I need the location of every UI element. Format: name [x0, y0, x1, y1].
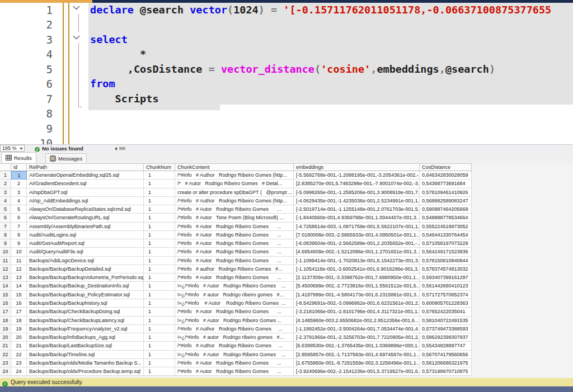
id-cell[interactable]: 12: [11, 265, 27, 273]
tab-results[interactable]: Results: [1, 152, 36, 163]
chunknum-cell[interactable]: 1: [144, 273, 175, 282]
id-cell[interactable]: 16: [11, 299, 27, 308]
row-number-cell[interactable]: 2: [0, 180, 11, 188]
cosdistance-cell[interactable]: 0,555224518973052: [420, 223, 472, 231]
row-number-cell[interactable]: 8: [0, 231, 11, 239]
relpath-cell[interactable]: Backups/Backup/Timeline.sql: [27, 351, 144, 359]
embeddings-cell[interactable]: [-2.3791966e-001,-2.3256703e-001,7.72209…: [294, 333, 420, 342]
relpath-cell[interactable]: Backups/Backup/FrequencyAnalyzer_v2.sql: [27, 325, 144, 333]
column-header[interactable]: embeddings: [294, 164, 420, 171]
scrollbar-left-arrow[interactable]: [115, 147, 117, 150]
chunkcontent-cell[interactable]: /*#info # Author Rodrigo Ribeiro Gomes (…: [175, 197, 294, 205]
relpath-cell[interactable]: Audit/GetAuditReport.sql: [27, 239, 144, 248]
chunkcontent-cell[interactable]: ï»¿/*#info # autor Rodrigo ribeiro gomes…: [175, 333, 294, 342]
id-cell[interactable]: 17: [11, 308, 27, 316]
chunknum-cell[interactable]: 1: [144, 299, 175, 308]
cosdistance-cell[interactable]: 0,57652422035041: [420, 308, 472, 316]
chunkcontent-cell[interactable]: ï»¿/*#info # Autor Rodrigo Ribeiro Gomes…: [175, 317, 294, 325]
id-cell[interactable]: 9: [11, 239, 27, 248]
column-header[interactable]: ChunkNum: [144, 164, 175, 171]
relpath-cell[interactable]: Backups/Backup/olds/Procedure Backup.tem…: [27, 367, 144, 376]
chunknum-cell[interactable]: 1: [144, 231, 175, 239]
fold-collapse-icon[interactable]: [73, 6, 80, 10]
cosdistance-cell[interactable]: 0,600905701228363: [420, 299, 472, 308]
chunkcontent-cell[interactable]: /*#info # Author Rodrigo Ribeiro Gomes .…: [175, 342, 294, 350]
chunknum-cell[interactable]: 1: [144, 333, 175, 342]
row-number-cell[interactable]: 23: [0, 359, 11, 367]
id-cell[interactable]: 6: [11, 214, 27, 222]
id-cell[interactable]: 24: [11, 367, 27, 376]
row-number-cell[interactable]: 13: [0, 273, 11, 282]
relpath-cell[interactable]: Assembly/AssemblyBinariesPath.sql: [27, 223, 144, 231]
cosdistance-cell[interactable]: 0,561206686321975: [420, 359, 472, 367]
relpath-cell[interactable]: Audit/QueryAuditFile.sql: [27, 248, 144, 256]
cosdistance-cell[interactable]: 0,567074179560656: [420, 351, 472, 359]
embeddings-cell[interactable]: [-4.7258614e-003,-1.0971759e-001,5.56221…: [294, 223, 420, 231]
relpath-cell[interactable]: Backups/AddLogicDevice.sql: [27, 257, 144, 265]
cosdistance-cell[interactable]: 0,568882589083247: [420, 197, 472, 205]
zoom-level-combo[interactable]: 195 %: [0, 145, 25, 152]
relpath-cell[interactable]: Backups/Backup/olds/Media Tamanho Backup…: [27, 359, 144, 367]
id-cell[interactable]: 18: [11, 317, 27, 325]
column-header[interactable]: [0, 164, 11, 171]
relpath-cell[interactable]: Backups/Backup/Backup_DestinationInfo.sq…: [27, 282, 144, 290]
chunknum-cell[interactable]: 1: [144, 351, 175, 359]
embeddings-cell[interactable]: [4.1485960e-003,2.6550682e-002,2.8512356…: [294, 317, 420, 325]
relpath-cell[interactable]: AI/GenerateOpenaiEmbedding.sql25.sql: [27, 171, 144, 180]
embeddings-cell[interactable]: [-1.1992452e-001,-3.5004264e-001,7.05344…: [294, 325, 420, 333]
cosdistance-cell[interactable]: 0,578150610840844: [420, 257, 472, 265]
chunkcontent-cell[interactable]: /*#info # Autor Rodrigo Ribeiro Gomes ..…: [175, 223, 294, 231]
row-number-cell[interactable]: 21: [0, 342, 11, 350]
embeddings-cell[interactable]: [1.6755860e-001,-9.7291559e-002,3.225849…: [294, 359, 420, 367]
chunkcontent-cell[interactable]: /*#info # Autor Rodrigo Ribeiro Gomes ..…: [175, 239, 294, 248]
id-cell[interactable]: 22: [11, 351, 27, 359]
embeddings-cell[interactable]: [6.6399530e-002,-1.3765435e-001,1.036989…: [294, 342, 420, 350]
id-cell[interactable]: 20: [11, 333, 27, 342]
row-number-cell[interactable]: 5: [0, 205, 11, 214]
cosdistance-cell[interactable]: 0,590987464205669: [420, 205, 472, 214]
row-number-cell[interactable]: 3: [0, 188, 11, 197]
embeddings-cell[interactable]: [4.6954609e-002,-1.5212086e-001,1.270165…: [294, 248, 420, 256]
row-number-cell[interactable]: 16: [0, 299, 11, 308]
embeddings-cell[interactable]: [-6.0839504e-001,-2.5662589e-001,2.20356…: [294, 239, 420, 248]
cosdistance-cell[interactable]: 0,578374574813032: [420, 265, 472, 273]
relpath-cell[interactable]: AlwaysOn/DatabaseReplicaStates.sqlcmd.sq…: [27, 205, 144, 214]
row-number-cell[interactable]: 15: [0, 291, 11, 299]
chunkcontent-cell[interactable]: /*#info # Author Rodrigo Ribeiro Gomes .…: [175, 325, 294, 333]
cosdistance-cell[interactable]: 0,561442660410123: [420, 282, 472, 290]
cosdistance-cell[interactable]: 0,573749473388593: [420, 325, 472, 333]
relpath-cell[interactable]: AI/GradientDescedent.sql: [27, 180, 144, 188]
embeddings-cell[interactable]: [1.4197999e-001,-4.5804173e-001,6.231588…: [294, 291, 420, 299]
row-number-cell[interactable]: 6: [0, 214, 11, 222]
row-number-cell[interactable]: 18: [0, 317, 11, 325]
id-cell[interactable]: 1: [11, 171, 27, 180]
id-cell[interactable]: 15: [11, 291, 27, 299]
chunkcontent-cell[interactable]: /*#info # Autor Rodrigo Ribeiro Gomes ..…: [175, 248, 294, 256]
fold-collapse-icon[interactable]: [73, 35, 80, 40]
relpath-cell[interactable]: AI/spDbaGPT.sql: [27, 188, 144, 197]
id-cell[interactable]: 23: [11, 359, 27, 367]
chunknum-cell[interactable]: 1: [144, 317, 175, 325]
chunknum-cell[interactable]: 1: [144, 265, 175, 273]
cosdistance-cell[interactable]: 0,571058197073229: [420, 239, 472, 248]
chunknum-cell[interactable]: 1: [144, 188, 175, 197]
chunkcontent-cell[interactable]: /*#info # Autor Rodrigo Ribeiro Gomes ..…: [175, 273, 294, 282]
embeddings-cell[interactable]: [-2.5019714e-001,-1.1255148e-001,2.07617…: [294, 205, 420, 214]
cosdistance-cell[interactable]: 0,646342830028059: [420, 171, 472, 180]
cosdistance-cell[interactable]: 0,54368773691684: [420, 180, 472, 188]
column-header[interactable]: id: [11, 164, 27, 171]
cosdistance-cell[interactable]: 0,578109461410926: [420, 188, 472, 197]
embeddings-cell[interactable]: [-8.5429691e-002,-3.0996862e-001,6.62315…: [294, 299, 420, 308]
cosdistance-cell[interactable]: 0,581040722491535: [420, 317, 472, 325]
cosdistance-cell[interactable]: 0,571727570852374: [420, 291, 472, 299]
row-number-cell[interactable]: 20: [0, 333, 11, 342]
chunkcontent-cell[interactable]: /*#info # Autor Tone Poem (Blog Microsof…: [175, 214, 294, 222]
chunknum-cell[interactable]: 1: [144, 205, 175, 214]
chunkcontent-cell[interactable]: ï»¿/*#info # autor Rodrigo ribeiro gomes…: [175, 291, 294, 299]
embeddings-cell[interactable]: [-4.0629435e-001,-1.4235036e-001,2.52349…: [294, 197, 420, 205]
embeddings-cell[interactable]: [-1.1099414e-001,-1.7020813e-001,6.15422…: [294, 257, 420, 265]
chunkcontent-cell[interactable]: /*#info # Autor Rodrigo Ribeiro Gomes ..…: [175, 257, 294, 265]
embeddings-cell[interactable]: [5.4500699e-002,-2.7723816e-001,1.556151…: [294, 282, 420, 290]
chunknum-cell[interactable]: 1: [144, 367, 175, 376]
row-number-cell[interactable]: 4: [0, 197, 11, 205]
